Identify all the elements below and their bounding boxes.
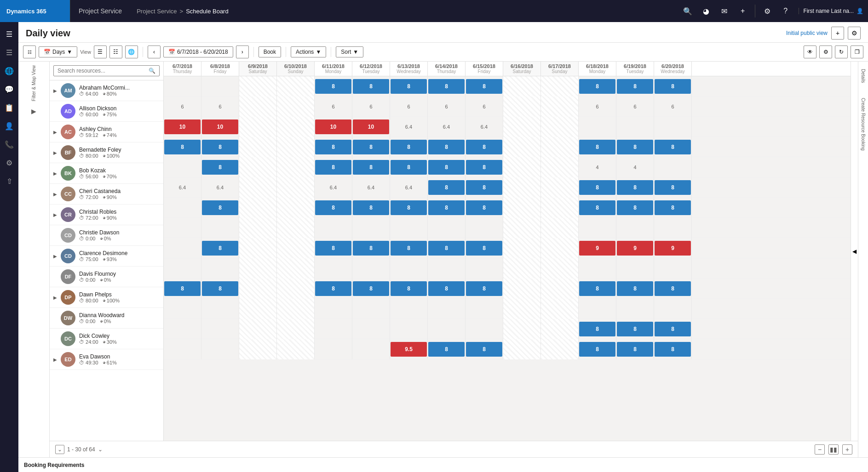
- expand-icon[interactable]: ▶: [53, 295, 57, 300]
- grid-cell[interactable]: 8: [164, 137, 201, 157]
- grid-cell[interactable]: 8: [390, 279, 428, 299]
- booking-block[interactable]: 8: [428, 140, 465, 154]
- settings-view-button[interactable]: ⚙: [848, 27, 861, 40]
- prev-button[interactable]: ‹: [148, 45, 161, 58]
- zoom-in-btn[interactable]: +: [842, 444, 852, 455]
- grid-cell[interactable]: 8: [466, 279, 503, 299]
- grid-cell[interactable]: 8: [616, 76, 654, 97]
- overbooked-block[interactable]: 10: [353, 119, 389, 134]
- grid-cell[interactable]: 8: [315, 198, 352, 218]
- zoom-out-btn[interactable]: −: [815, 444, 825, 455]
- booking-block[interactable]: 8: [655, 281, 691, 296]
- breadcrumb-parent[interactable]: Project Service: [137, 8, 177, 15]
- booking-block[interactable]: 8: [579, 79, 615, 94]
- grid-cell[interactable]: 8: [654, 177, 692, 198]
- overbooked-block[interactable]: 9: [579, 241, 615, 256]
- booking-block[interactable]: 8: [655, 200, 691, 215]
- app-logo[interactable]: Dynamics 365: [0, 0, 70, 22]
- booking-block[interactable]: 8: [164, 140, 201, 154]
- booking-block[interactable]: 8: [202, 281, 238, 296]
- grid-cell[interactable]: 6: [616, 97, 654, 117]
- grid-cell[interactable]: 8: [579, 137, 616, 157]
- expand-icon[interactable]: ▶: [53, 254, 57, 259]
- expand-icon[interactable]: ▶: [53, 150, 57, 155]
- grid-cell[interactable]: 8: [654, 198, 692, 218]
- booking-block[interactable]: 8: [655, 322, 691, 336]
- booking-block[interactable]: 8: [579, 281, 615, 296]
- grid-cell[interactable]: 8: [201, 137, 239, 157]
- grid-cell[interactable]: 8: [428, 279, 466, 299]
- expand-icon[interactable]: ▶: [53, 88, 57, 93]
- booking-block[interactable]: 8: [617, 140, 653, 154]
- grid-cell[interactable]: 6: [201, 97, 239, 117]
- grid-cell[interactable]: 4: [616, 157, 654, 177]
- grid-cell[interactable]: 8: [616, 339, 654, 359]
- grid-cell[interactable]: 8: [616, 177, 654, 198]
- overbooked-block[interactable]: 10: [315, 119, 351, 134]
- booking-block[interactable]: 8: [353, 241, 389, 256]
- target-icon[interactable]: ◕: [698, 3, 714, 19]
- booking-block[interactable]: 8: [466, 342, 502, 357]
- grid-cell[interactable]: 8: [428, 76, 466, 97]
- booking-block[interactable]: 8: [428, 241, 465, 256]
- booking-block[interactable]: 8: [428, 342, 465, 357]
- grid-cell[interactable]: 8: [315, 238, 352, 258]
- sidebar-item-config[interactable]: ⚙: [1, 154, 17, 171]
- sidebar-item-upload[interactable]: ⇧: [1, 173, 17, 189]
- expand-icon[interactable]: ▶: [53, 171, 57, 176]
- grid-cell[interactable]: 8: [579, 76, 616, 97]
- grid-cell[interactable]: 8: [654, 319, 692, 339]
- grid-cell[interactable]: 8: [466, 157, 503, 177]
- booking-block[interactable]: 8: [617, 322, 653, 336]
- grid-cell[interactable]: 8: [315, 76, 352, 97]
- grid-cell[interactable]: 8: [428, 198, 466, 218]
- sidebar-item-phone[interactable]: 📞: [1, 136, 17, 153]
- list-view-icon[interactable]: ☰: [94, 45, 107, 58]
- grid-cell[interactable]: 8: [390, 238, 428, 258]
- grid-cell[interactable]: 6: [352, 97, 390, 117]
- grid-cell[interactable]: 8: [164, 279, 201, 299]
- booking-block[interactable]: 8: [466, 200, 502, 215]
- booking-block[interactable]: 8: [466, 79, 502, 94]
- grid-cell[interactable]: 9.5: [390, 339, 428, 359]
- booking-block[interactable]: 8: [391, 140, 427, 154]
- grid-cell[interactable]: 8: [428, 238, 466, 258]
- grid-cell[interactable]: 8: [579, 339, 616, 359]
- booking-block[interactable]: 8: [655, 342, 691, 357]
- create-resource-label[interactable]: Create Resource Booking: [860, 94, 867, 154]
- grid-cell[interactable]: 8: [466, 76, 503, 97]
- grid-cell[interactable]: 8: [315, 157, 352, 177]
- booking-block[interactable]: 8: [391, 160, 427, 175]
- booking-block[interactable]: 8: [428, 79, 465, 94]
- overbooked-block[interactable]: 9: [617, 241, 653, 256]
- grid-cell[interactable]: 8: [466, 339, 503, 359]
- expand-icon[interactable]: ▶: [53, 192, 57, 197]
- grid-cell[interactable]: 9: [616, 238, 654, 258]
- sidebar-item-contacts[interactable]: 👤: [1, 118, 17, 134]
- sidebar-item-activities[interactable]: 📋: [1, 99, 17, 116]
- add-nav-icon[interactable]: +: [735, 3, 751, 19]
- pagination-expand-icon[interactable]: ⌄: [98, 446, 103, 453]
- booking-block[interactable]: 8: [617, 342, 653, 357]
- grid-cell[interactable]: 6: [654, 97, 692, 117]
- booking-block[interactable]: 8: [353, 79, 389, 94]
- grid-cell[interactable]: 8: [201, 198, 239, 218]
- booking-block[interactable]: 8: [617, 79, 653, 94]
- overbooked-block[interactable]: 10: [164, 119, 201, 134]
- grid-cell[interactable]: 6.4: [164, 177, 201, 198]
- grid-cell[interactable]: 8: [428, 157, 466, 177]
- booking-block[interactable]: 8: [315, 160, 351, 175]
- grid-cell[interactable]: 8: [654, 137, 692, 157]
- book-button[interactable]: Book: [259, 46, 281, 57]
- grid-cell[interactable]: 8: [466, 137, 503, 157]
- grid-cell[interactable]: 8: [579, 177, 616, 198]
- grid-cell[interactable]: 8: [616, 198, 654, 218]
- booking-block[interactable]: 8: [202, 241, 238, 256]
- booking-block[interactable]: 8: [391, 79, 427, 94]
- grid-cell[interactable]: 8: [616, 279, 654, 299]
- grid-cell[interactable]: 6.4: [352, 177, 390, 198]
- grid-cell[interactable]: 8: [201, 157, 239, 177]
- booking-block[interactable]: 8: [466, 140, 502, 154]
- booking-block[interactable]: 8: [428, 180, 465, 195]
- grid-cell[interactable]: 8: [428, 137, 466, 157]
